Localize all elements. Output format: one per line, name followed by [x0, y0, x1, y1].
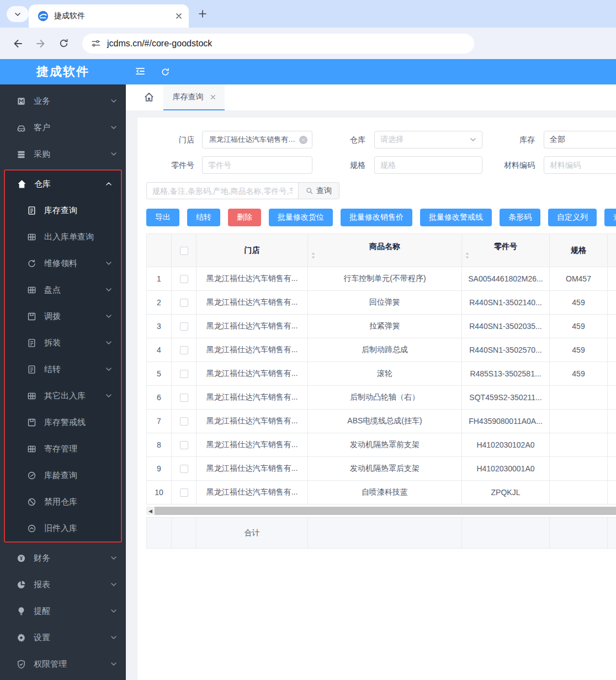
browser-tab[interactable]: 捷成软件 — [29, 4, 189, 28]
scroll-left-arrow-icon[interactable]: ◀ — [146, 507, 155, 515]
cell-part: FH4359080011A0A... — [462, 410, 550, 433]
sidebar-item-old-parts-inbound[interactable]: 旧件入库 — [5, 515, 121, 541]
row-checkbox[interactable] — [180, 299, 188, 307]
spec-input[interactable] — [375, 157, 482, 173]
remove-tag-icon[interactable] — [299, 136, 307, 144]
new-tab-icon[interactable] — [199, 10, 206, 18]
sort-icon[interactable] — [311, 252, 316, 259]
sidebar-item-other-inout[interactable]: 其它出入库 — [5, 382, 121, 409]
sidebar-item-business[interactable]: 业务 — [0, 88, 126, 114]
table-row[interactable]: 10 黑龙江福仕达汽车销售有...自喷漆科技蓝 ZPQKJL — [147, 481, 616, 504]
keyword-input[interactable] — [147, 183, 298, 199]
forward-icon[interactable] — [35, 38, 46, 49]
chevron-down-icon — [105, 286, 112, 293]
sidebar-item-disabled-warehouse[interactable]: 禁用仓库 — [5, 488, 121, 515]
sidebar-item-transfer[interactable]: 调拨 — [5, 303, 121, 330]
custom-columns-button[interactable]: 自定义列 — [548, 209, 597, 226]
sidebar-item-permissions[interactable]: 权限管理 — [0, 651, 126, 677]
table-row[interactable]: 8 黑龙江福仕达汽车销售有...发动机隔热罩前支架 H4102030102A0 — [147, 433, 616, 457]
sidebar-item-stock-age-query[interactable]: 库龄查询 — [5, 462, 121, 488]
sidebar-item-reports[interactable]: 报表 — [0, 571, 126, 598]
material-code-input[interactable] — [544, 157, 616, 173]
menu-fold-icon[interactable] — [135, 67, 145, 76]
sidebar-item-settings[interactable]: 设置 — [0, 624, 126, 651]
stock-select[interactable]: 全部 — [544, 131, 616, 148]
sidebar-item-stock-alert-line[interactable]: 库存警戒线 — [5, 409, 121, 435]
sidebar-item-finance[interactable]: 财务 — [0, 545, 126, 571]
row-checkbox[interactable] — [180, 370, 188, 378]
table-row[interactable]: 5 黑龙江福仕达汽车销售有...滚轮 R485S13-3502581...459 — [147, 362, 616, 386]
view-image-button[interactable]: 查看图 — [604, 209, 616, 226]
tab-close-icon[interactable] — [176, 13, 182, 19]
warehouse-select[interactable]: 请选择 — [374, 131, 482, 148]
sidebar-item-stocktake[interactable]: 盘点 — [5, 277, 121, 303]
delete-button[interactable]: 删除 — [228, 209, 261, 226]
sidebar-item-purchasing[interactable]: 采购 — [0, 141, 126, 167]
table-row[interactable]: 3 黑龙江福仕达汽车销售有...拉紧弹簧 R440SN1-3502035...4… — [147, 315, 616, 338]
refresh-icon[interactable] — [161, 67, 170, 77]
reload-icon[interactable] — [59, 38, 69, 49]
table-row[interactable]: 4 黑龙江福仕达汽车销售有...后制动蹄总成 R440SN1-3502570..… — [147, 338, 616, 362]
product-name-column-header[interactable]: 商品名称 — [308, 234, 462, 267]
row-checkbox[interactable] — [180, 275, 188, 283]
tab-search-button[interactable] — [7, 6, 29, 22]
sidebar-item-label: 出入库单查询 — [44, 232, 112, 242]
sidebar-item-label: 报表 — [34, 580, 103, 590]
search-button[interactable]: 查询 — [298, 182, 339, 199]
sort-icon[interactable] — [465, 252, 470, 259]
sidebar-item-consignment[interactable]: 寄存管理 — [5, 435, 121, 462]
sidebar-item-inout-order-query[interactable]: 出入库单查询 — [5, 224, 121, 250]
home-tab-icon[interactable] — [144, 92, 155, 103]
cell-spec: 459 — [550, 362, 608, 386]
table-row[interactable]: 1 黑龙江福仕达汽车销售有...行车控制单元(不带程序) SA005446180… — [147, 267, 616, 291]
tab-label: 库存查询 — [173, 92, 204, 102]
sidebar-item-label: 旧件入库 — [44, 523, 112, 534]
part-no-input[interactable] — [203, 157, 312, 173]
server-icon — [17, 150, 26, 159]
horizontal-scrollbar[interactable]: ◀ — [146, 507, 616, 515]
select-all-checkbox[interactable] — [180, 247, 188, 255]
scrollbar-thumb[interactable] — [155, 507, 616, 515]
table-row[interactable]: 7 黑龙江福仕达汽车销售有...ABS电缆线总成(挂车) FH435908001… — [147, 410, 616, 433]
sidebar-item-carryover[interactable]: 结转 — [5, 356, 121, 382]
sidebar-item-reminders[interactable]: 提醒 — [0, 598, 126, 624]
sidebar-item-warehouse[interactable]: 仓库 — [5, 171, 121, 197]
site-settings-icon[interactable] — [91, 39, 100, 48]
row-checkbox[interactable] — [180, 441, 188, 449]
part-no-column-header[interactable]: 零件号 — [462, 234, 550, 267]
row-checkbox[interactable] — [180, 488, 188, 497]
table-row[interactable]: 9 黑龙江福仕达汽车销售有...发动机隔热罩后支架 H4102030001A0 — [147, 457, 616, 481]
back-icon[interactable] — [12, 38, 23, 49]
chevron-down-icon — [105, 392, 112, 399]
cell-part: SQT459S2-350211... — [462, 386, 550, 410]
cell-store: 黑龙江福仕达汽车销售有... — [197, 433, 308, 457]
row-checkbox[interactable] — [180, 346, 188, 354]
row-checkbox[interactable] — [180, 465, 188, 473]
barcode-button[interactable]: 条形码 — [500, 209, 540, 226]
chevron-down-icon — [110, 151, 117, 157]
address-bar[interactable]: jcdms.cn/#/core-goodstock — [82, 34, 474, 54]
sidebar-item-stock-query[interactable]: 库存查询 — [5, 197, 121, 224]
browser-tab-title: 捷成软件 — [54, 11, 170, 21]
row-checkbox[interactable] — [180, 394, 188, 402]
batch-edit-alert-line-button[interactable]: 批量修改警戒线 — [420, 209, 492, 226]
sidebar-item-repair-picking[interactable]: 维修领料 — [5, 250, 121, 277]
batch-edit-location-button[interactable]: 批量修改货位 — [269, 209, 333, 226]
sidebar-item-customers[interactable]: 客户 — [0, 114, 126, 141]
cell-part: R440SN1-3502140... — [462, 291, 550, 315]
sidebar-item-label: 其它出入库 — [44, 391, 98, 401]
batch-edit-price-button[interactable]: 批量修改销售价 — [341, 209, 412, 226]
table-row[interactable]: 2 黑龙江福仕达汽车销售有...回位弹簧 R440SN1-3502140...4… — [147, 291, 616, 315]
tab-close-icon[interactable] — [210, 94, 216, 100]
table-row[interactable]: 6 黑龙江福仕达汽车销售有...后制动凸轮轴（右） SQT459S2-35021… — [147, 386, 616, 410]
row-checkbox[interactable] — [180, 322, 188, 331]
export-button[interactable]: 导出 — [146, 209, 179, 226]
toolbar: 导出 结转 删除 批量修改货位 批量修改销售价 批量修改警戒线 条形码 自定义列… — [146, 209, 616, 226]
carryover-button[interactable]: 结转 — [187, 209, 220, 226]
sidebar-item-disassembly[interactable]: 拆装 — [5, 330, 121, 356]
row-checkbox[interactable] — [180, 417, 188, 426]
chevron-down-icon — [105, 366, 112, 373]
tab-stock-query[interactable]: 库存查询 — [163, 84, 225, 110]
app-header: 捷成软件 — [0, 59, 616, 84]
store-select[interactable]: 黑龙江福仕达汽车销售有限公司 — [202, 131, 312, 148]
